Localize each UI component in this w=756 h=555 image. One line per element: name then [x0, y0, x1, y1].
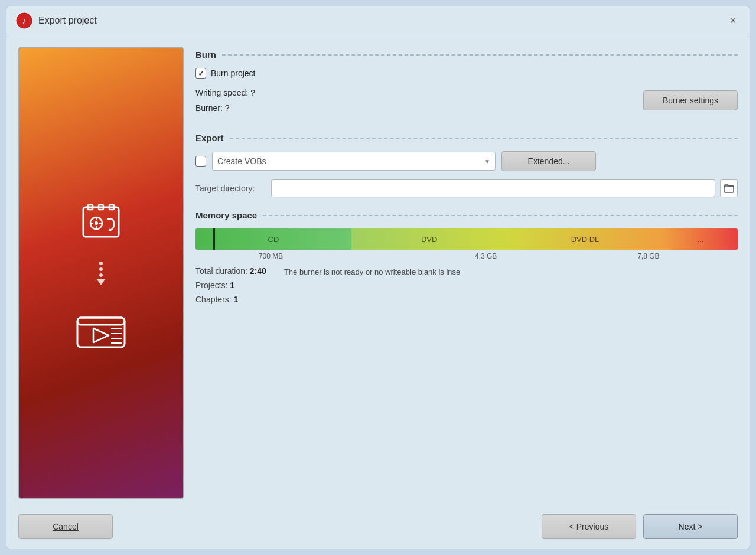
memory-bar-container: CD DVD DVD DL ... 70: [195, 228, 738, 260]
target-directory-row: Target directory:: [195, 179, 738, 197]
cancel-button[interactable]: Cancel: [18, 514, 113, 539]
previous-button[interactable]: < Previous: [542, 514, 636, 539]
svg-rect-14: [77, 318, 125, 325]
total-duration-value: 2:40: [250, 266, 266, 276]
dialog-body: Burn Burn project Writing speed: ? Bur: [6, 35, 750, 505]
chapters-row: Chapters: 1: [195, 295, 266, 304]
label-43gb: 4,3 GB: [346, 252, 509, 260]
export-section: Export Create VOBs ▼ Extended... Target …: [195, 130, 738, 197]
bar-overflow: ...: [663, 228, 738, 250]
bar-dvddl: DVD DL: [507, 228, 663, 250]
projects-value: 1: [230, 280, 234, 290]
dvd-player-icon: [74, 303, 128, 350]
burn-section: Burn Burn project Writing speed: ? Bur: [195, 47, 738, 120]
svg-text:♪: ♪: [22, 16, 27, 25]
target-directory-input[interactable]: [271, 179, 715, 197]
preview-panel: [18, 47, 184, 499]
stats-left: Total duration: 2:40 Projects: 1 Chapter…: [195, 266, 266, 304]
app-logo-icon: ♪: [16, 12, 32, 29]
svg-point-7: [94, 221, 98, 225]
burn-project-label: Burn project: [211, 68, 255, 78]
burn-settings-row: Writing speed: ? Burner: ? Burner settin…: [195, 88, 738, 113]
bar-cd: CD: [195, 228, 351, 250]
projects-row: Projects: 1: [195, 280, 266, 290]
extended-button[interactable]: Extended...: [501, 151, 596, 171]
memory-bar: CD DVD DVD DL ...: [195, 228, 738, 250]
target-directory-label: Target directory:: [195, 184, 266, 193]
bar-dvd: DVD: [351, 228, 507, 250]
total-duration-row: Total duration: 2:40: [195, 266, 266, 276]
create-vobs-checkbox[interactable]: [195, 156, 206, 166]
filmbox-icon: [77, 197, 125, 244]
create-vobs-dropdown[interactable]: Create VOBs ▼: [212, 152, 496, 171]
dialog-footer: Cancel < Previous Next >: [6, 505, 750, 549]
burner-value: ?: [225, 103, 230, 113]
writing-speed-value: ?: [250, 88, 255, 97]
burn-section-divider: [222, 54, 738, 56]
export-section-header: Export: [195, 133, 738, 143]
create-vobs-label: Create VOBs: [217, 156, 266, 166]
title-bar: ♪ Export project ×: [6, 6, 750, 35]
bar-position-indicator: [213, 228, 215, 250]
footer-right: < Previous Next >: [542, 514, 738, 539]
burner-status-message: The burner is not ready or no writeable …: [284, 266, 738, 304]
close-button[interactable]: ×: [726, 14, 740, 28]
dropdown-arrow-icon: ▼: [484, 158, 490, 165]
burn-project-row: Burn project: [195, 68, 738, 79]
next-button[interactable]: Next >: [643, 514, 738, 539]
burn-section-header: Burn: [195, 50, 738, 60]
svg-marker-15: [93, 328, 109, 342]
create-vobs-row: Create VOBs ▼ Extended...: [195, 151, 738, 171]
stats-row: Total duration: 2:40 Projects: 1 Chapter…: [195, 266, 738, 304]
folder-icon: [724, 183, 734, 194]
writing-speed-label: Writing speed: ?: [195, 88, 255, 97]
svg-rect-20: [724, 186, 734, 192]
memory-section-title: Memory space: [195, 210, 257, 220]
browse-folder-button[interactable]: [720, 179, 738, 197]
right-panel: Burn Burn project Writing speed: ? Bur: [195, 47, 738, 499]
dialog-title: Export project: [38, 15, 97, 26]
preview-overlay: [19, 48, 183, 498]
burn-project-checkbox[interactable]: [195, 68, 206, 79]
export-project-dialog: ♪ Export project ×: [6, 6, 750, 549]
label-700mb: 700 MB: [195, 252, 346, 260]
export-section-title: Export: [195, 133, 224, 143]
export-section-divider: [230, 138, 738, 139]
connecting-dots: [97, 262, 105, 285]
memory-section-header: Memory space: [195, 210, 738, 220]
chapters-value: 1: [234, 295, 239, 304]
memory-section: Memory space CD DVD DVD DL: [195, 208, 738, 304]
memory-section-divider: [263, 215, 738, 216]
label-78gb: 7,8 GB: [509, 252, 665, 260]
burner-settings-button[interactable]: Burner settings: [643, 90, 738, 110]
burn-section-title: Burn: [195, 50, 216, 60]
bar-labels: 700 MB 4,3 GB 7,8 GB: [195, 252, 738, 260]
burner-label: Burner: ?: [195, 103, 255, 113]
